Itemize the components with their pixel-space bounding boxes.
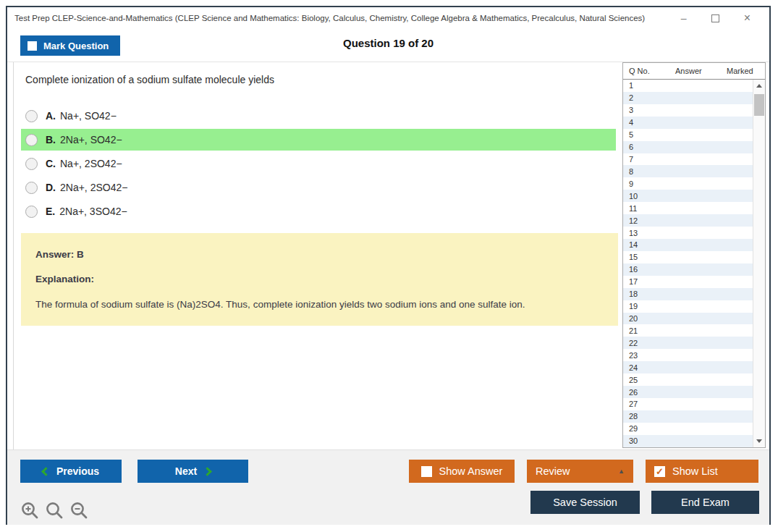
review-label: Review <box>536 465 570 477</box>
question-list-row[interactable]: 20 <box>623 313 753 325</box>
show-answer-button[interactable]: Show Answer <box>409 460 515 483</box>
question-list-row[interactable]: 12 <box>623 214 753 227</box>
question-list-row[interactable]: 24 <box>623 361 753 373</box>
show-list-button[interactable]: ✓ Show List <box>646 460 758 483</box>
scroll-up-button[interactable] <box>753 80 765 92</box>
question-list-row[interactable]: 30 <box>623 435 753 447</box>
next-button[interactable]: Next <box>138 460 248 483</box>
caret-up-icon: ▲ <box>618 468 625 475</box>
row-qno: 6 <box>623 143 668 151</box>
row-qno: 7 <box>623 155 668 164</box>
question-list-row[interactable]: 13 <box>623 227 753 239</box>
maximize-icon[interactable] <box>711 14 719 22</box>
row-qno: 10 <box>623 192 668 200</box>
question-list-row[interactable]: 8 <box>623 165 753 177</box>
row-qno: 12 <box>623 216 668 225</box>
question-list-row[interactable]: 2 <box>623 92 753 104</box>
row-qno: 8 <box>623 167 668 176</box>
app-window: Test Prep CLEP-Science-and-Mathematics (… <box>6 6 771 525</box>
radio-button-icon[interactable] <box>25 182 38 194</box>
question-list-row[interactable]: 28 <box>623 410 753 423</box>
zoom-controls <box>20 501 89 520</box>
question-list-row[interactable]: 5 <box>623 129 753 141</box>
question-list-row[interactable]: 9 <box>623 177 753 190</box>
column-marked: Marked <box>727 67 753 75</box>
row-qno: 25 <box>623 376 668 384</box>
question-list-panel: Q No. Answer Marked 12345678910111213141… <box>622 62 766 448</box>
radio-button-icon[interactable] <box>25 110 38 122</box>
question-header-bar: Mark Question Question 19 of 20 <box>7 29 769 62</box>
close-icon[interactable]: × <box>744 13 750 23</box>
question-list-row[interactable]: 21 <box>623 324 753 337</box>
radio-button-icon[interactable] <box>25 158 38 170</box>
radio-button-icon[interactable] <box>25 206 38 218</box>
question-list-row[interactable]: 4 <box>623 117 753 129</box>
answer-option-d[interactable]: D.2Na+, 2SO42− <box>21 177 616 198</box>
mark-question-checkbox-icon <box>28 41 37 51</box>
question-list-scrollbar[interactable] <box>753 80 765 447</box>
zoom-reset-icon[interactable] <box>45 501 64 520</box>
row-qno: 23 <box>623 351 668 360</box>
triangle-up-icon <box>756 84 762 88</box>
row-qno: 3 <box>623 106 668 114</box>
question-list-row[interactable]: 1 <box>623 80 753 92</box>
row-qno: 4 <box>623 118 668 127</box>
mark-question-button[interactable]: Mark Question <box>20 35 120 56</box>
scroll-down-button[interactable] <box>753 435 765 447</box>
zoom-in-icon[interactable] <box>20 501 40 520</box>
question-list-rows: 1234567891011121314151617181920212223242… <box>623 80 765 447</box>
save-session-button[interactable]: Save Session <box>530 491 640 514</box>
row-qno: 17 <box>623 277 668 286</box>
row-qno: 13 <box>623 229 668 237</box>
scrollbar-thumb[interactable] <box>754 94 764 116</box>
row-qno: 1 <box>623 81 668 90</box>
footer-bar: Previous Next Show Answer Review ▲ ✓ Sho… <box>7 449 769 525</box>
next-label: Next <box>175 465 197 477</box>
question-list-row[interactable]: 17 <box>623 276 753 288</box>
titlebar: Test Prep CLEP-Science-and-Mathematics (… <box>7 7 769 29</box>
question-list-row[interactable]: 6 <box>623 141 753 153</box>
answer-option-a[interactable]: A.Na+, SO42− <box>21 105 616 127</box>
row-qno: 20 <box>623 314 668 323</box>
question-list-row[interactable]: 18 <box>623 288 753 300</box>
option-text: 2Na+, SO42− <box>60 134 122 145</box>
question-list-row[interactable]: 27 <box>623 398 753 410</box>
triangle-down-icon <box>756 439 762 443</box>
question-list-row[interactable]: 11 <box>623 202 753 214</box>
row-qno: 29 <box>623 424 668 433</box>
end-exam-button[interactable]: End Exam <box>651 491 759 514</box>
row-qno: 26 <box>623 388 668 397</box>
option-letter: C. <box>46 158 56 169</box>
question-list-row[interactable]: 14 <box>623 239 753 251</box>
row-qno: 2 <box>623 93 668 102</box>
row-qno: 22 <box>623 339 668 347</box>
question-list-row[interactable]: 7 <box>623 153 753 166</box>
answer-explanation-box: Answer: B Explanation: The formula of so… <box>21 233 618 326</box>
chevron-right-icon <box>203 467 212 476</box>
question-list-row[interactable]: 15 <box>623 251 753 263</box>
question-list-row[interactable]: 29 <box>623 423 753 435</box>
option-letter: D. <box>46 182 56 193</box>
question-list-row[interactable]: 26 <box>623 386 753 398</box>
answer-option-b[interactable]: B.2Na+, SO42− <box>21 129 616 151</box>
question-text: Complete ionization of a sodium sulfate … <box>25 74 618 85</box>
option-text: 2Na+, 2SO42− <box>60 182 127 193</box>
window-title: Test Prep CLEP-Science-and-Mathematics (… <box>14 14 645 22</box>
radio-button-icon[interactable] <box>25 134 38 146</box>
question-list-row[interactable]: 23 <box>623 349 753 361</box>
question-list-row[interactable]: 22 <box>623 337 753 349</box>
zoom-out-icon[interactable] <box>69 501 89 520</box>
minimize-icon[interactable]: – <box>681 13 687 23</box>
answer-option-e[interactable]: E.2Na+, 3SO42− <box>21 200 616 222</box>
show-list-label: Show List <box>672 465 718 477</box>
question-list-row[interactable]: 3 <box>623 104 753 117</box>
question-list-body: 1234567891011121314151617181920212223242… <box>623 80 765 447</box>
question-list-row[interactable]: 19 <box>623 300 753 313</box>
previous-button[interactable]: Previous <box>20 460 122 483</box>
answer-option-c[interactable]: C.Na+, 2SO42− <box>21 153 616 174</box>
question-list-row[interactable]: 16 <box>623 263 753 276</box>
review-button[interactable]: Review ▲ <box>527 460 633 483</box>
row-qno: 16 <box>623 265 668 274</box>
question-list-row[interactable]: 10 <box>623 190 753 202</box>
question-list-row[interactable]: 25 <box>623 373 753 386</box>
